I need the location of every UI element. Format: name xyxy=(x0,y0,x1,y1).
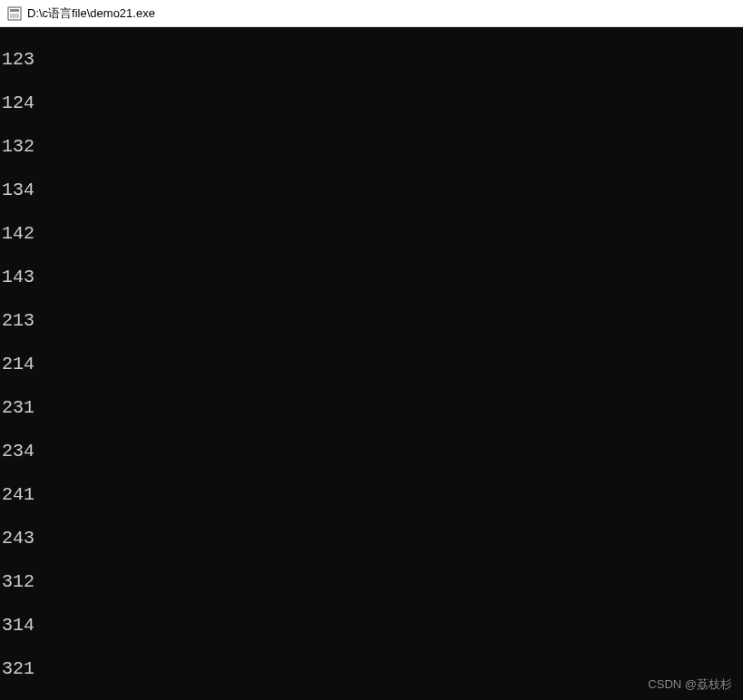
window-title: D:\c语言file\demo21.exe xyxy=(27,5,155,22)
output-line: 142 xyxy=(2,223,741,245)
app-icon xyxy=(7,6,22,21)
output-line: 321 xyxy=(2,658,741,680)
output-line: 243 xyxy=(2,528,741,549)
watermark: CSDN @荔枝杉 xyxy=(648,676,732,693)
output-line: 124 xyxy=(2,92,741,114)
console-output-area[interactable]: 123 124 132 134 142 143 213 214 231 234 … xyxy=(0,27,743,700)
svg-rect-1 xyxy=(10,9,19,12)
output-line: 214 xyxy=(2,354,741,375)
console-content: 123 124 132 134 142 143 213 214 231 234 … xyxy=(0,27,743,700)
output-line: 134 xyxy=(2,180,741,201)
output-line: 312 xyxy=(2,571,741,593)
console-window: D:\c语言file\demo21.exe 123 124 132 134 14… xyxy=(0,0,743,700)
output-line: 314 xyxy=(2,615,741,637)
output-line: 132 xyxy=(2,136,741,158)
output-line: 123 xyxy=(2,49,741,71)
output-line: 231 xyxy=(2,397,741,419)
title-bar[interactable]: D:\c语言file\demo21.exe xyxy=(0,0,743,27)
output-line: 241 xyxy=(2,484,741,506)
output-line: 234 xyxy=(2,441,741,462)
svg-rect-2 xyxy=(10,14,19,18)
output-line: 213 xyxy=(2,310,741,332)
output-line: 143 xyxy=(2,267,741,288)
